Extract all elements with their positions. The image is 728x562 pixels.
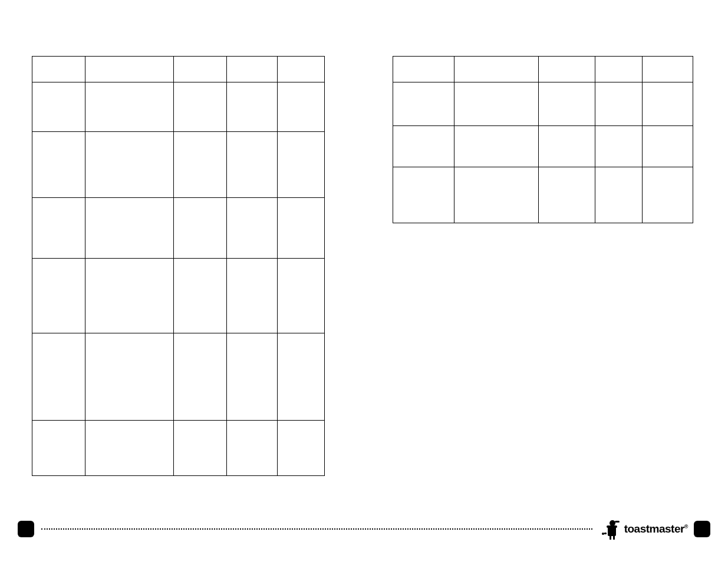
svg-rect-1 — [604, 533, 607, 534]
svg-rect-6 — [610, 536, 611, 540]
svg-rect-5 — [615, 521, 620, 523]
table-row — [32, 57, 325, 82]
table-row — [32, 259, 325, 333]
table-row — [32, 132, 325, 198]
svg-rect-7 — [613, 536, 615, 540]
left-table — [32, 56, 325, 476]
table-row — [393, 167, 693, 223]
table-row — [32, 82, 325, 132]
table-row — [393, 126, 693, 167]
footer-dotted-line — [41, 528, 592, 530]
svg-point-4 — [610, 520, 615, 526]
svg-point-0 — [602, 533, 604, 535]
table-row — [32, 421, 325, 476]
table-row — [393, 57, 693, 82]
brand-logo: toastmaster® — [599, 517, 688, 541]
right-table — [393, 56, 693, 223]
table-row — [32, 198, 325, 259]
page: toastmaster® — [0, 0, 728, 562]
footer: toastmaster® — [18, 517, 710, 541]
footer-left-marker — [18, 521, 34, 537]
toastmaster-icon — [599, 517, 623, 541]
brand-name: toastmaster® — [624, 523, 688, 535]
table-row — [393, 82, 693, 126]
svg-rect-2 — [608, 527, 616, 536]
table-row — [32, 333, 325, 421]
footer-right-marker — [694, 521, 710, 537]
